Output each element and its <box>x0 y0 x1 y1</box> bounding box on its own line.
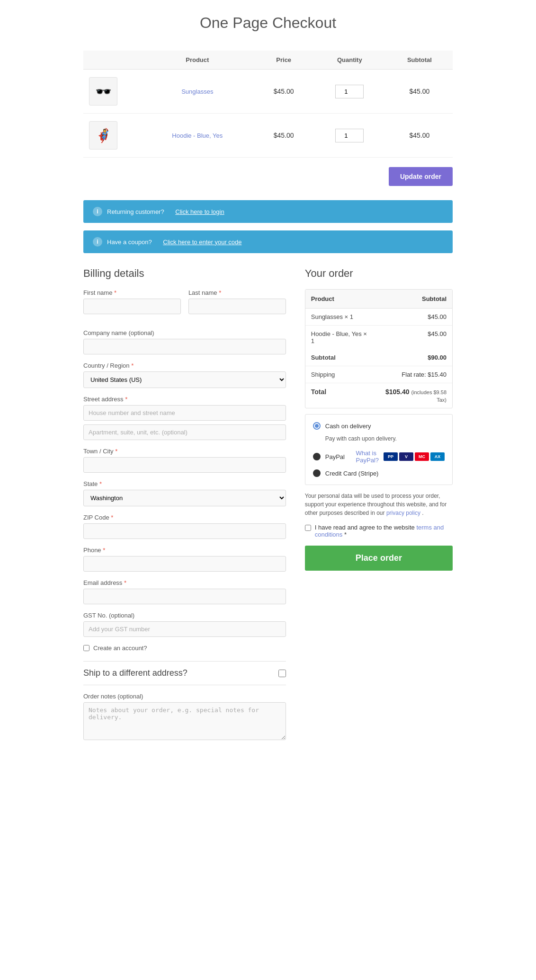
city-label: Town / City * <box>83 448 286 455</box>
company-input[interactable] <box>83 339 286 354</box>
returning-login-link[interactable]: Click here to login <box>175 208 224 215</box>
order-notes-input[interactable] <box>83 702 286 740</box>
payment-section: Cash on delivery Pay with cash upon deli… <box>305 414 453 485</box>
street-group: Street address * <box>83 396 286 440</box>
order-item: Hoodie - Blue, Yes × 1 $45.00 <box>305 326 452 350</box>
paypal-option: PayPal What is PayPal? PP V MC AX <box>313 450 445 464</box>
place-order-button[interactable]: Place order <box>305 546 453 571</box>
gst-label: GST No. (optional) <box>83 612 286 619</box>
shipping-value: Flat rate: $15.40 <box>374 366 452 383</box>
coupon-text: Have a coupon? <box>107 238 152 246</box>
billing-title: Billing details <box>83 267 286 280</box>
last-name-input[interactable] <box>188 299 286 314</box>
quantity-input[interactable] <box>335 85 364 98</box>
gst-input[interactable] <box>83 621 286 637</box>
first-name-group: First name * <box>83 289 181 314</box>
order-item-name: Sunglasses × 1 <box>305 309 375 326</box>
last-name-group: Last name * <box>188 289 286 314</box>
email-group: Email address * <box>83 579 286 604</box>
phone-label: Phone * <box>83 547 286 554</box>
first-name-label: First name * <box>83 289 181 296</box>
cash-on-delivery-option: Cash on delivery <box>313 422 445 430</box>
paypal-icon-amex: AX <box>430 452 445 461</box>
credit-label: Credit Card (Stripe) <box>325 470 379 477</box>
country-required: * <box>131 362 134 369</box>
credit-card-option: Credit Card (Stripe) <box>313 469 445 477</box>
street-label: Street address * <box>83 396 286 403</box>
email-label: Email address * <box>83 579 286 586</box>
paypal-info-link[interactable]: What is PayPal? <box>356 450 379 464</box>
order-col-product: Product <box>305 290 375 309</box>
total-tax-note: (includes $9.58 Tax) <box>411 389 447 403</box>
ship-different-checkbox[interactable] <box>278 670 286 677</box>
order-column: Your order Product Subtotal Sunglasses ×… <box>305 267 453 749</box>
order-summary-box: Product Subtotal Sunglasses × 1 $45.00 H… <box>305 289 453 408</box>
product-image-cell: 🕶️ <box>89 77 134 106</box>
order-item-subtotal: $45.00 <box>374 326 452 350</box>
checkout-columns: Billing details First name * Last name *… <box>83 267 453 749</box>
product-image: 🕶️ <box>89 77 117 106</box>
paypal-label: PayPal <box>325 453 345 460</box>
street-input[interactable] <box>83 405 286 421</box>
phone-input[interactable] <box>83 556 286 572</box>
page-wrapper: One Page Checkout Product Price Quantity… <box>74 0 462 777</box>
product-image-cell: 🦸 <box>89 121 134 150</box>
state-select[interactable]: AlabamaAlaskaArizonaArkansasCaliforniaCo… <box>83 490 286 506</box>
order-item: Sunglasses × 1 $45.00 <box>305 309 452 326</box>
paypal-icons: PP V MC AX <box>384 452 445 461</box>
cart-item: 🕶️ Sunglasses $45.00 $45.00 <box>83 70 453 114</box>
info-icon-coupon: i <box>93 237 102 247</box>
col-header-product: Product <box>140 51 255 70</box>
country-label: Country / Region * <box>83 362 286 369</box>
coupon-banner: i Have a coupon? Click here to enter you… <box>83 230 453 253</box>
first-name-required: * <box>114 289 116 296</box>
coupon-link[interactable]: Click here to enter your code <box>163 238 241 246</box>
update-order-button[interactable]: Update order <box>389 167 453 186</box>
update-btn-row: Update order <box>83 167 453 186</box>
state-required: * <box>99 480 102 487</box>
state-label: State * <box>83 480 286 487</box>
paypal-icon-mc: MC <box>415 452 429 461</box>
city-input[interactable] <box>83 457 286 473</box>
apartment-input[interactable] <box>83 424 286 440</box>
order-col-subtotal: Subtotal <box>374 290 452 309</box>
page-title: One Page Checkout <box>83 14 453 32</box>
privacy-policy-link[interactable]: privacy policy <box>386 510 420 516</box>
phone-group: Phone * <box>83 547 286 572</box>
total-value: $105.40 (includes $9.58 Tax) <box>374 383 452 408</box>
country-group: Country / Region * United States (US)Can… <box>83 362 286 388</box>
product-subtotal: $45.00 <box>386 70 453 114</box>
cart-table: Product Price Quantity Subtotal 🕶️ Sungl… <box>83 51 453 158</box>
product-price: $45.00 <box>255 70 313 114</box>
credit-radio[interactable] <box>313 469 321 477</box>
terms-row: I have read and agree to the website ter… <box>305 524 453 538</box>
country-select[interactable]: United States (US)CanadaUnited KingdomAu… <box>83 371 286 388</box>
order-summary-table: Product Subtotal Sunglasses × 1 $45.00 H… <box>305 290 452 408</box>
returning-customer-banner: i Returning customer? Click here to logi… <box>83 200 453 223</box>
phone-required: * <box>103 547 105 554</box>
terms-checkbox[interactable] <box>305 525 311 531</box>
billing-column: Billing details First name * Last name *… <box>83 267 286 749</box>
create-account-checkbox[interactable] <box>83 645 89 651</box>
email-input[interactable] <box>83 589 286 604</box>
email-required: * <box>124 579 126 586</box>
subtotal-value: $90.00 <box>374 349 452 366</box>
zip-input[interactable] <box>83 523 286 539</box>
name-row: First name * Last name * <box>83 289 286 322</box>
shipping-label: Shipping <box>305 366 375 383</box>
order-notes-label: Order notes (optional) <box>83 693 286 700</box>
product-link[interactable]: Sunglasses <box>181 88 213 95</box>
cash-radio[interactable] <box>313 422 321 430</box>
returning-text: Returning customer? <box>107 208 164 215</box>
subtotal-label: Subtotal <box>305 349 375 366</box>
paypal-radio[interactable] <box>313 453 321 460</box>
product-link[interactable]: Hoodie - Blue, Yes <box>172 132 223 139</box>
terms-text: I have read and agree to the website ter… <box>315 524 453 538</box>
zip-group: ZIP Code * <box>83 514 286 539</box>
state-group: State * AlabamaAlaskaArizonaArkansasCali… <box>83 480 286 506</box>
create-account-label: Create an account? <box>93 645 147 652</box>
quantity-input[interactable] <box>335 129 364 142</box>
first-name-input[interactable] <box>83 299 181 314</box>
city-required: * <box>115 448 117 455</box>
info-icon-returning: i <box>93 207 102 216</box>
